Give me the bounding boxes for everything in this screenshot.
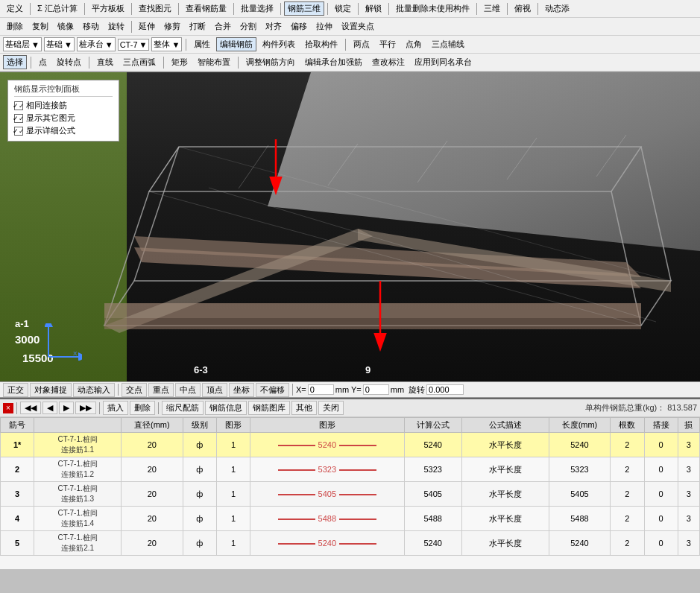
sep-12 <box>537 3 538 15</box>
table-row[interactable]: 3 CT-7-1.桩间连接筋1.3 20 ф 1 5405 5405 水平长度 … <box>1 482 700 507</box>
checkbox-show-others[interactable]: ✓ <box>14 114 23 123</box>
table-row[interactable]: 1* CT-7-1.桩间连接筋1.1 20 ф 1 5240 5240 水平长度… <box>1 433 700 457</box>
btn-find-element[interactable]: 查找图元 <box>135 1 175 16</box>
btn-element-list[interactable]: 构件列表 <box>259 37 299 51</box>
viewport-3d[interactable]: 钢筋显示控制面板 ✓ 相同连接筋 ✓ 显示其它图元 ✓ 显示详细公式 <box>0 72 700 381</box>
btn-two-point[interactable]: 两点 <box>350 37 373 51</box>
btn-edit-rebar[interactable]: 编辑钢筋 <box>216 37 256 51</box>
btn-rotate-point[interactable]: 旋转点 <box>53 55 85 69</box>
code-select[interactable]: CT-7 ▼ <box>118 39 150 51</box>
btn-break[interactable]: 打断 <box>186 19 209 34</box>
btn-del[interactable]: 删除 <box>130 401 155 415</box>
btn-coord[interactable]: 坐标 <box>229 383 254 397</box>
panel-item-3[interactable]: ✓ 显示详细公式 <box>14 125 113 136</box>
btn-sum-calc[interactable]: Σ 汇总计算 <box>34 1 81 16</box>
btn-rebar-info[interactable]: 钢筋信息 <box>205 401 247 415</box>
btn-top-view[interactable]: 俯视 <box>511 1 535 16</box>
scope-select[interactable]: 整体 ▼ <box>151 37 182 51</box>
btn-close[interactable]: 关闭 <box>318 401 344 415</box>
btn-line[interactable]: 直线 <box>93 55 117 69</box>
btn-apply-same[interactable]: 应用到同名承台 <box>411 55 476 69</box>
btn-center[interactable]: 中点 <box>175 383 201 397</box>
btn-point-angle[interactable]: 点角 <box>402 37 426 51</box>
cell-calc: 5240 <box>404 433 461 457</box>
btn-other[interactable]: 其他 <box>291 401 317 415</box>
panel-label-1: 相同连接筋 <box>26 100 67 111</box>
btn-adjust-dir[interactable]: 调整钢筋方向 <box>242 55 299 69</box>
btn-batch-delete[interactable]: 批量删除未使用构件 <box>392 1 473 16</box>
btn-next[interactable]: ▶ <box>59 402 74 414</box>
table-row[interactable]: 5 CT-7-1.桩间连接筋2.1 20 ф 1 5240 5240 水平长度 … <box>1 531 700 556</box>
btn-3d[interactable]: 三维 <box>480 1 504 16</box>
btn-delete[interactable]: 删除 <box>3 19 27 34</box>
btn-unlock[interactable]: 解锁 <box>362 1 385 16</box>
y-input[interactable] <box>363 384 389 395</box>
btn-split[interactable]: 分割 <box>236 19 260 34</box>
btn-check-mark[interactable]: 查改标注 <box>368 55 409 69</box>
btn-set-grip[interactable]: 设置夹点 <box>338 19 378 34</box>
btn-intersection[interactable]: 交点 <box>122 383 147 397</box>
btn-edit-bearing[interactable]: 编辑承台加强筋 <box>301 55 366 69</box>
btn-lock[interactable]: 锁定 <box>331 1 355 16</box>
btn-merge[interactable]: 合并 <box>211 19 235 34</box>
panel-item-2[interactable]: ✓ 显示其它图元 <box>14 112 113 124</box>
x-input[interactable] <box>308 384 334 395</box>
btn-no-offset[interactable]: 不偏移 <box>256 383 289 397</box>
btn-rotate[interactable]: 旋转 <box>104 19 128 34</box>
btn-copy[interactable]: 复制 <box>28 19 52 34</box>
btn-pick-element[interactable]: 拾取构件 <box>301 37 341 51</box>
element-label: 桩承台 <box>79 39 104 50</box>
table-row[interactable]: 2 CT-7-1.桩间连接筋1.2 20 ф 1 5323 5323 水平长度 … <box>1 457 700 482</box>
btn-offset[interactable]: 偏移 <box>287 19 311 34</box>
checkbox-same-connect[interactable]: ✓ <box>14 101 23 110</box>
btn-move[interactable]: 移动 <box>79 19 103 34</box>
panel-item-1[interactable]: ✓ 相同连接筋 <box>14 100 113 111</box>
cell-id: 2 <box>1 457 34 482</box>
btn-orthogonal[interactable]: 正交 <box>3 383 28 397</box>
btn-first[interactable]: ◀◀ <box>20 402 41 414</box>
cell-figure: 5240 <box>250 433 404 457</box>
btn-parallel[interactable]: 平行 <box>376 37 400 51</box>
btn-prev[interactable]: ◀ <box>42 402 57 414</box>
menu-define[interactable]: 定义 <box>3 1 27 16</box>
cell-grade: ф <box>183 531 216 556</box>
cell-count: 2 <box>611 457 644 482</box>
btn-align[interactable]: 对齐 <box>262 19 286 34</box>
btn-object-snap[interactable]: 对象捕捉 <box>30 383 72 397</box>
rotate-input[interactable] <box>426 384 464 395</box>
btn-vertex[interactable]: 顶点 <box>202 383 227 397</box>
btn-extend[interactable]: 延伸 <box>135 19 159 34</box>
btn-trim[interactable]: 修剪 <box>160 19 184 34</box>
btn-mirror[interactable]: 镜像 <box>54 19 78 34</box>
dim-3000: 3000 <box>15 333 40 346</box>
btn-arc[interactable]: 三点画弧 <box>119 55 160 69</box>
btn-rebar-library[interactable]: 钢筋图库 <box>248 401 290 415</box>
panel-close-btn[interactable]: × <box>3 403 13 413</box>
sub-layer-select[interactable]: 基础 ▼ <box>44 37 75 51</box>
btn-midpoint-snap[interactable]: 重点 <box>148 383 174 397</box>
btn-rect[interactable]: 矩形 <box>168 55 192 69</box>
btn-select[interactable]: 选择 <box>3 55 27 69</box>
table-row[interactable]: 4 CT-7-1.桩间连接筋1.4 20 ф 1 5488 5488 水平长度 … <box>1 507 700 531</box>
cell-calc: 5240 <box>404 531 461 556</box>
btn-scale-rebar[interactable]: 缩尺配筋 <box>162 401 204 415</box>
btn-point[interactable]: 点 <box>35 55 51 69</box>
btn-three-point[interactable]: 三点辅线 <box>428 37 468 51</box>
svg-line-17 <box>328 144 358 185</box>
cell-shape: 1 <box>216 457 250 482</box>
btn-insert[interactable]: 插入 <box>103 401 128 415</box>
layer-select[interactable]: 基础层 ▼ <box>3 37 42 51</box>
btn-batch-select[interactable]: 批量选择 <box>237 1 277 16</box>
btn-rebar-3d[interactable]: 钢筋三维 <box>284 1 324 16</box>
btn-floor-panel[interactable]: 平方板板 <box>88 1 128 16</box>
element-select[interactable]: 桩承台 ▼ <box>77 37 116 51</box>
btn-properties[interactable]: 属性 <box>190 37 214 51</box>
btn-dynamic-add[interactable]: 动态添 <box>541 1 573 16</box>
btn-last[interactable]: ▶▶ <box>75 402 96 414</box>
btn-view-rebar[interactable]: 查看钢筋量 <box>182 1 230 16</box>
btn-dynamic-input[interactable]: 动态输入 <box>73 383 115 397</box>
btn-smart-layout[interactable]: 智能布置 <box>194 55 234 69</box>
sep-4 <box>178 3 179 15</box>
checkbox-show-formula[interactable]: ✓ <box>14 127 23 136</box>
btn-stretch[interactable]: 拉伸 <box>312 19 336 34</box>
